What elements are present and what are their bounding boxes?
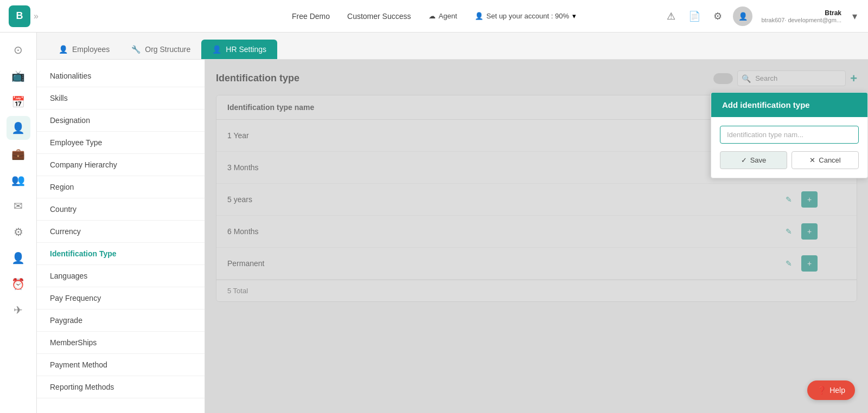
agent-btn[interactable]: ☁ Agent <box>429 12 457 20</box>
nav-item-pay-frequency[interactable]: Pay Frequency <box>37 287 205 309</box>
tab-hr-settings[interactable]: 👤 HR Settings <box>201 40 277 59</box>
nav-item-languages[interactable]: Languages <box>37 265 205 287</box>
sidebar-icon-user[interactable]: 👤 <box>7 246 30 270</box>
sub-tabs: 👤 Employees 🔧 Org Structure 👤 HR Setting… <box>37 33 868 60</box>
topnav: B » Free Demo Customer Success ☁ Agent 👤… <box>0 0 868 33</box>
customer-success-link[interactable]: Customer Success <box>347 12 411 21</box>
add-identification-popup: Add identification type ✓ Save ✕ Cancel <box>711 92 868 178</box>
alert-icon[interactable]: ⚠ <box>665 8 678 24</box>
document-icon[interactable]: 📄 <box>686 8 703 24</box>
user-name: Btrak <box>825 9 841 17</box>
sidebar-icon-tv[interactable]: 📺 <box>7 64 30 88</box>
sidebar-icon-send[interactable]: ✈ <box>7 298 30 322</box>
help-button[interactable]: ❓ Help <box>807 380 855 400</box>
sidebar-icon-settings[interactable]: ⚙ <box>7 220 30 244</box>
tab-org-structure[interactable]: 🔧 Org Structure <box>120 40 201 59</box>
app-logo: B <box>9 5 30 27</box>
nav-item-designation[interactable]: Designation <box>37 109 205 132</box>
topnav-center: Free Demo Customer Success ☁ Agent 👤 Set… <box>292 12 576 21</box>
check-icon: ✓ <box>741 156 747 164</box>
identification-type-input[interactable] <box>720 126 859 144</box>
sidebar-icon-clock[interactable]: ⏰ <box>7 272 30 296</box>
free-demo-link[interactable]: Free Demo <box>292 12 330 21</box>
cancel-button[interactable]: ✕ Cancel <box>792 151 859 169</box>
user-info: Btrak btrak607· development@gm... <box>761 9 841 23</box>
chevron-down-icon: ▾ <box>572 12 576 20</box>
person-icon: 👤 <box>475 12 483 20</box>
nav-item-paygrade[interactable]: Paygrade <box>37 309 205 332</box>
main-panel: Identification type 🔍 + Identification t… <box>205 60 868 413</box>
user-dropdown-icon[interactable]: ▾ <box>850 8 859 24</box>
nav-item-company-hierarchy[interactable]: Company Hierarchy <box>37 154 205 176</box>
nav-item-currency[interactable]: Currency <box>37 221 205 243</box>
sidebar-icon-people[interactable]: 👤 <box>7 116 30 140</box>
sidebar-icon-briefcase[interactable]: 💼 <box>7 142 30 166</box>
nav-item-reporting-methods[interactable]: Reporting Methods <box>37 376 205 398</box>
nav-item-region[interactable]: Region <box>37 176 205 198</box>
nav-item-skills[interactable]: Skills <box>37 87 205 109</box>
content-body: Nationalities Skills Designation Employe… <box>37 60 868 413</box>
nav-item-nationalities[interactable]: Nationalities <box>37 65 205 87</box>
tab-employees[interactable]: 👤 Employees <box>48 40 120 59</box>
setup-progress-btn[interactable]: 👤 Set up your account : 90% ▾ <box>475 12 576 20</box>
topnav-right: ⚠ 📄 ⚙ 👤 Btrak btrak607· development@gm..… <box>665 7 859 26</box>
nav-item-memberships[interactable]: MemberShips <box>37 332 205 354</box>
avatar[interactable]: 👤 <box>733 7 752 26</box>
add-popup-actions: ✓ Save ✕ Cancel <box>720 151 859 169</box>
org-icon: 🔧 <box>131 45 141 54</box>
x-icon: ✕ <box>809 156 815 164</box>
add-popup-title: Add identification type <box>711 93 867 117</box>
help-circle-icon: ❓ <box>817 386 826 395</box>
nav-item-payment-method[interactable]: Payment Method <box>37 354 205 376</box>
sidebar-icon-group[interactable]: 👥 <box>7 168 30 192</box>
left-sidebar: ⊙ 📺 📅 👤 💼 👥 ✉ ⚙ 👤 ⏰ ✈ <box>0 33 37 413</box>
agent-icon: ☁ <box>429 12 436 20</box>
nav-item-identification-type[interactable]: Identification Type <box>37 243 205 265</box>
hr-icon: 👤 <box>212 45 221 54</box>
sidebar-icon-calendar[interactable]: 📅 <box>7 90 30 114</box>
left-nav: Nationalities Skills Designation Employe… <box>37 60 205 413</box>
save-button[interactable]: ✓ Save <box>720 151 787 169</box>
settings-icon[interactable]: ⚙ <box>711 8 724 24</box>
add-popup-body: ✓ Save ✕ Cancel <box>711 117 867 178</box>
nav-item-country[interactable]: Country <box>37 198 205 221</box>
expand-icon[interactable]: » <box>34 11 39 21</box>
main-area: 👤 Employees 🔧 Org Structure 👤 HR Setting… <box>37 33 868 413</box>
sidebar-icon-dashboard[interactable]: ⊙ <box>7 38 30 62</box>
employees-icon: 👤 <box>59 45 68 54</box>
user-email: btrak607· development@gm... <box>761 17 841 23</box>
nav-item-employee-type[interactable]: Employee Type <box>37 132 205 154</box>
sidebar-icon-mail[interactable]: ✉ <box>7 194 30 218</box>
